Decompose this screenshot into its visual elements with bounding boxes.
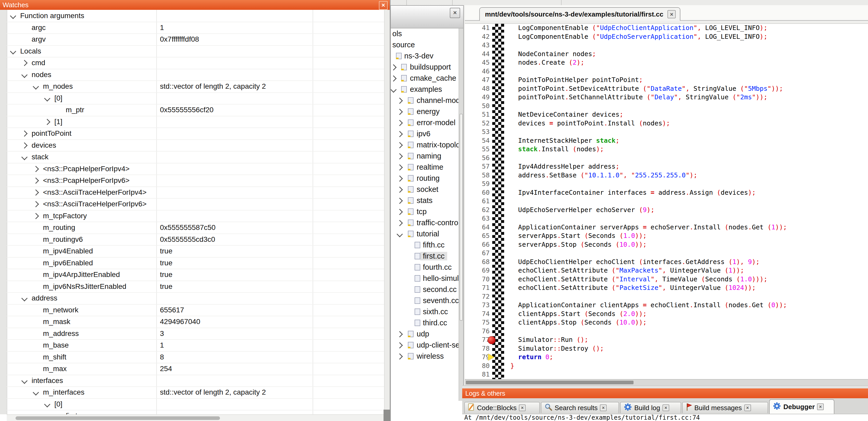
chevron-right-icon[interactable] <box>33 189 39 195</box>
tree-item-folder[interactable]: realtime <box>391 162 463 173</box>
code-line[interactable]: 43 <box>465 41 868 50</box>
tree-item-folder[interactable]: stats <box>391 195 463 206</box>
watches-titlebar[interactable]: Watches × <box>0 0 390 10</box>
watch-row[interactable]: cmd <box>7 57 384 69</box>
tree-item-folder[interactable]: tcp <box>391 206 463 218</box>
code-line[interactable]: 47 PointToPointHelper pointToPoint; <box>465 76 868 85</box>
tree-item-folder[interactable]: matrix-topology <box>391 140 463 151</box>
code-line[interactable]: 78 Simulator::Destroy (); <box>465 345 868 353</box>
code-line[interactable]: 62 UdpEchoServerHelper echoServer (9); <box>465 206 868 215</box>
watch-value[interactable]: 0x7fffffffdf08 <box>160 35 199 43</box>
code-line[interactable]: 50 <box>465 102 868 111</box>
code-line[interactable]: 65 serverApps.Start (Seconds (1.0)); <box>465 232 868 240</box>
code-line[interactable]: 71 echoClient.SetAttribute ("PacketSize"… <box>465 284 868 292</box>
code-line[interactable]: 48 pointToPoint.SetDeviceAttribute ("Dat… <box>465 85 868 93</box>
chevron-right-icon[interactable] <box>397 198 403 204</box>
chevron-right-icon[interactable] <box>397 153 403 159</box>
code-line[interactable]: 56 <box>465 154 868 163</box>
watch-value[interactable]: 254 <box>160 365 172 373</box>
tree-item-file[interactable]: hello-simulator.cc <box>391 273 463 284</box>
watch-row[interactable]: stack <box>7 152 384 163</box>
watch-row[interactable]: [1] <box>7 117 384 128</box>
editor-tab-first-cc[interactable]: mnt/dev/tools/source/ns-3-dev/examples/t… <box>479 7 680 21</box>
chevron-down-icon[interactable] <box>44 95 50 101</box>
watch-value[interactable]: 1 <box>160 341 164 349</box>
watch-value[interactable]: 3 <box>160 329 164 338</box>
tree-item-folder[interactable]: udp-client-server <box>391 340 463 351</box>
watch-row[interactable]: m_ipv6Enabledtrue <box>7 258 384 269</box>
chevron-down-icon[interactable] <box>21 154 27 160</box>
logs-tab-search-results[interactable]: Search results× <box>541 402 619 413</box>
chevron-down-icon[interactable] <box>44 401 50 407</box>
chevron-right-icon[interactable] <box>397 164 403 170</box>
chevron-down-icon[interactable] <box>391 86 397 93</box>
code-line[interactable]: 61 <box>465 197 868 206</box>
logs-titlebar[interactable]: Logs & others <box>462 388 868 398</box>
logs-tab-code-blocks[interactable]: Code::Blocks× <box>464 402 540 413</box>
watch-value[interactable]: std::vector of length 2, capacity 2 <box>160 388 266 396</box>
watch-row[interactable]: m_address3 <box>7 328 384 340</box>
chevron-right-icon[interactable] <box>397 331 403 337</box>
code-line[interactable]: 75 clientApps.Stop (Seconds (10.0)); <box>465 318 868 327</box>
code-line[interactable]: 46 <box>465 67 868 76</box>
code-line[interactable]: 73 ApplicationContainer clientApps = ech… <box>465 301 868 310</box>
chevron-right-icon[interactable] <box>33 177 39 184</box>
watch-row[interactable]: m_shift8 <box>7 352 384 364</box>
code-line[interactable]: 53 <box>465 128 868 136</box>
scrollbar-thumb[interactable] <box>16 416 220 420</box>
watch-row[interactable]: <ns3::PcapHelperForIpv6> <box>7 175 384 187</box>
chevron-right-icon[interactable] <box>397 353 403 359</box>
code-line[interactable]: 72 <box>465 292 868 301</box>
chevron-right-icon[interactable] <box>33 213 39 219</box>
watch-row[interactable]: m_ipv4ArpJitterEnabledtrue <box>7 269 384 281</box>
code-line[interactable]: 51 NetDeviceContainer devices; <box>465 110 868 119</box>
chevron-right-icon[interactable] <box>391 64 397 70</box>
watch-row[interactable]: m_ptr0x55555556cf20 <box>7 104 384 117</box>
tree-item-folder[interactable]: udp <box>391 329 463 340</box>
chevron-down-icon[interactable] <box>21 295 27 301</box>
code-line[interactable]: 59 <box>465 180 868 189</box>
watch-row[interactable]: m_mask4294967040 <box>7 316 384 328</box>
code-line[interactable]: 42 LogComponentEnable ("UdpEchoServerApp… <box>465 33 868 41</box>
watch-value[interactable]: 0x555555587c50 <box>160 223 216 232</box>
watch-row[interactable]: [0] <box>7 399 384 411</box>
watch-row[interactable]: m_network655617 <box>7 304 384 317</box>
watch-row[interactable]: m_nodesstd::vector of length 2, capacity… <box>7 81 384 93</box>
code-line[interactable]: 70 echoClient.SetAttribute ("Interval", … <box>465 275 868 284</box>
watch-row[interactable]: [0] <box>7 93 384 105</box>
watch-row[interactable]: Function arguments <box>7 10 384 22</box>
chevron-right-icon[interactable] <box>21 130 27 136</box>
watch-row[interactable]: nodes <box>7 69 384 81</box>
chevron-right-icon[interactable] <box>397 175 403 182</box>
tree-item-folder[interactable]: cmake_cache <box>391 73 463 84</box>
code-line[interactable]: 69 echoClient.SetAttribute ("MaxPackets"… <box>465 266 868 275</box>
watch-value[interactable]: 8 <box>160 353 164 361</box>
tree-item-folder[interactable]: source <box>391 39 463 51</box>
tree-item-file[interactable]: first.cc <box>391 251 463 262</box>
watch-value[interactable]: 0x55555556cf20 <box>160 106 214 114</box>
tree-item-file[interactable]: second.cc <box>391 284 463 295</box>
watch-row[interactable]: m_ipv6NsRsJitterEnabledtrue <box>7 281 384 293</box>
tree-item-file[interactable]: third.cc <box>391 318 463 329</box>
watch-value[interactable]: 4294967040 <box>160 318 200 326</box>
chevron-right-icon[interactable] <box>397 342 403 348</box>
watch-row[interactable]: m_interfacesstd::vector of length 2, cap… <box>7 387 384 399</box>
chevron-right-icon[interactable] <box>397 120 403 126</box>
tree-item-folder[interactable]: channel-models <box>391 95 463 106</box>
watch-value[interactable]: 655617 <box>160 306 184 314</box>
watch-value[interactable]: true <box>160 259 173 267</box>
tree-item-file[interactable]: sixth.cc <box>391 306 463 318</box>
code-line[interactable]: 41 LogComponentEnable ("UdpEchoClientApp… <box>465 24 868 33</box>
editor-horizontal-scrollbar[interactable] <box>465 379 868 386</box>
tree-item-folder[interactable]: ns-3-dev <box>391 51 463 62</box>
code-line[interactable]: 49 pointToPoint.SetChannelAttribute ("De… <box>465 93 868 102</box>
code-line[interactable]: 67 <box>465 249 868 258</box>
watch-value[interactable]: true <box>160 282 173 291</box>
code-line[interactable]: 74 clientApps.Start (Seconds (2.0)); <box>465 310 868 319</box>
code-area[interactable]: 41 LogComponentEnable ("UdpEchoClientApp… <box>465 24 868 379</box>
tree-item-file[interactable]: seventh.cc <box>391 295 463 306</box>
tree-item-folder[interactable]: ols <box>391 28 463 39</box>
chevron-right-icon[interactable] <box>397 209 403 215</box>
chevron-right-icon[interactable] <box>397 187 403 193</box>
watches-vertical-scrollbar[interactable] <box>384 10 390 414</box>
